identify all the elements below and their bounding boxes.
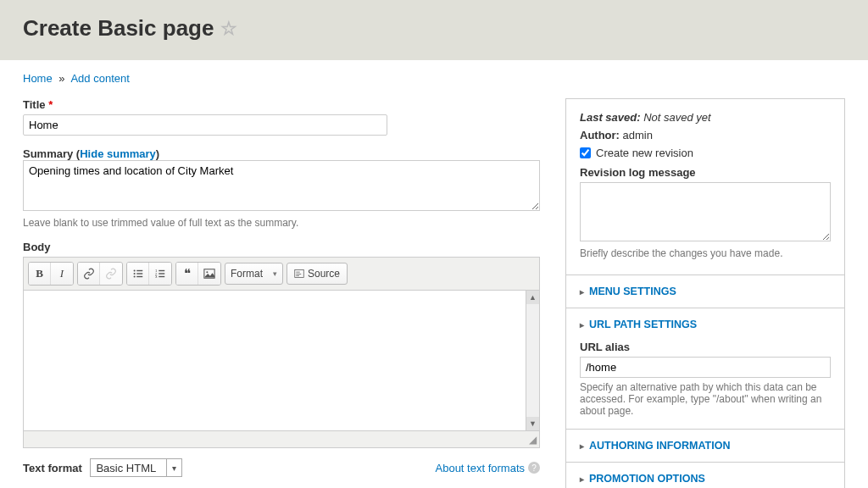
link-icon	[83, 268, 95, 280]
summary-label: Summary (Hide summary)	[23, 147, 540, 160]
breadcrumb-add-content[interactable]: Add content	[70, 72, 129, 85]
author-row: Author: admin	[580, 129, 831, 141]
blockquote-button[interactable]: ❝	[176, 263, 198, 285]
resize-handle-icon[interactable]: ◢	[529, 434, 537, 446]
svg-rect-5	[136, 276, 142, 277]
title-label: Title *	[23, 98, 540, 111]
breadcrumb-home[interactable]: Home	[23, 72, 53, 85]
body-label: Body	[23, 241, 540, 253]
title-input[interactable]	[23, 114, 387, 136]
triangle-right-icon: ▸	[580, 287, 584, 297]
svg-rect-16	[296, 274, 301, 274]
unlink-button[interactable]	[100, 263, 122, 285]
help-icon: ?	[528, 462, 540, 474]
svg-point-13	[206, 271, 208, 273]
format-dropdown[interactable]: Format ▾	[225, 263, 283, 285]
favorite-star-icon[interactable]: ☆	[220, 18, 237, 40]
summary-help-text: Leave blank to use trimmed value of full…	[23, 217, 540, 229]
svg-point-4	[133, 275, 135, 277]
page-title: Create Basic page	[23, 15, 214, 42]
text-format-label: Text format	[23, 462, 82, 474]
link-button[interactable]	[78, 263, 100, 285]
hide-summary-link[interactable]: Hide summary	[80, 147, 156, 160]
url-alias-help: Specify an alternative path by which thi…	[580, 381, 831, 417]
unlink-icon	[105, 268, 117, 280]
triangle-right-icon: ▸	[580, 474, 584, 484]
about-text-formats-link[interactable]: About text formats ?	[436, 462, 541, 474]
revision-log-textarea[interactable]	[580, 182, 831, 241]
bold-button[interactable]: B	[29, 263, 51, 285]
url-path-settings-toggle[interactable]: ▸ URL PATH SETTINGS	[566, 308, 844, 341]
scroll-up-icon[interactable]: ▲	[526, 291, 539, 304]
svg-rect-17	[296, 275, 299, 276]
revision-log-help: Briefly describe the changes you have ma…	[580, 247, 831, 259]
svg-point-2	[133, 273, 135, 274]
menu-settings-toggle[interactable]: ▸ MENU SETTINGS	[566, 275, 844, 308]
last-saved: Last saved: Not saved yet	[580, 111, 831, 124]
triangle-right-icon: ▸	[580, 441, 584, 451]
breadcrumb: Home » Add content	[23, 72, 845, 85]
svg-point-0	[133, 269, 135, 271]
editor-toolbar: B I	[24, 258, 539, 291]
svg-rect-3	[136, 273, 142, 274]
authoring-information-toggle[interactable]: ▸ AUTHORING INFORMATION	[566, 430, 844, 462]
bullet-list-icon	[132, 268, 144, 280]
editor-scrollbar[interactable]: ▲ ▼	[526, 291, 539, 430]
image-icon	[203, 268, 215, 280]
text-format-select[interactable]: Basic HTML ▾	[90, 458, 182, 477]
triangle-right-icon: ▸	[580, 320, 584, 330]
chevron-down-icon: ▾	[166, 459, 181, 476]
svg-rect-15	[296, 272, 300, 273]
promotion-options-toggle[interactable]: ▸ PROMOTION OPTIONS	[566, 463, 844, 488]
url-alias-label: URL alias	[580, 341, 831, 353]
body-textarea[interactable]	[24, 291, 526, 430]
url-alias-input[interactable]	[580, 357, 831, 378]
create-revision-label: Create new revision	[596, 147, 693, 159]
svg-rect-1	[136, 270, 142, 271]
body-editor: B I	[23, 257, 540, 448]
bullet-list-button[interactable]	[127, 263, 149, 285]
source-button[interactable]: Source	[287, 263, 348, 285]
image-button[interactable]	[198, 263, 220, 285]
svg-text:3: 3	[155, 274, 158, 279]
italic-button[interactable]: I	[51, 263, 73, 285]
svg-rect-11	[159, 276, 164, 277]
revision-log-label: Revision log message	[580, 166, 831, 179]
svg-rect-7	[159, 270, 164, 271]
number-list-icon: 123	[154, 268, 166, 280]
source-icon	[294, 269, 304, 279]
svg-rect-9	[159, 273, 164, 274]
scroll-down-icon[interactable]: ▼	[526, 417, 539, 430]
number-list-button[interactable]: 123	[149, 263, 171, 285]
create-revision-checkbox[interactable]	[580, 147, 591, 158]
summary-textarea[interactable]: Opening times and location of City Marke…	[23, 160, 540, 211]
chevron-down-icon: ▾	[273, 269, 277, 278]
